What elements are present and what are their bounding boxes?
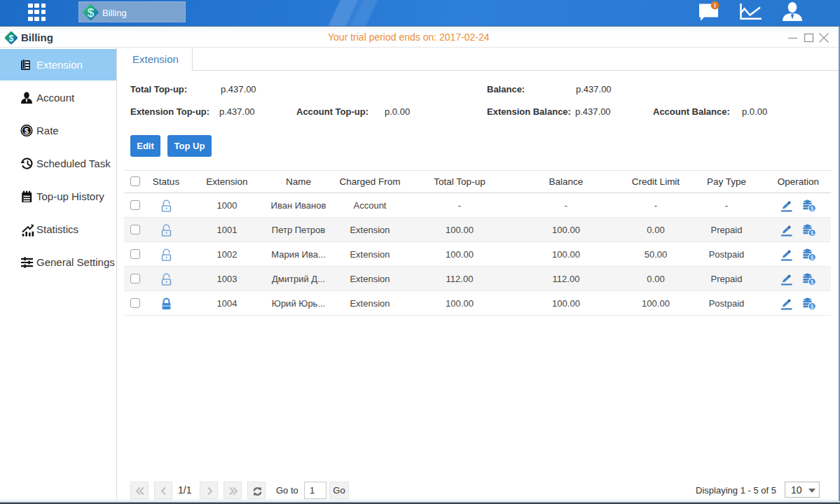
svg-text:$: $ xyxy=(811,204,814,211)
svg-text:$: $ xyxy=(811,302,814,309)
svg-text:!: ! xyxy=(714,2,716,9)
svg-text:$: $ xyxy=(25,127,29,135)
svg-text:$: $ xyxy=(811,253,814,260)
svg-text:$: $ xyxy=(811,229,814,236)
svg-text:$: $ xyxy=(9,34,14,43)
svg-text:$: $ xyxy=(88,6,95,20)
svg-text:$: $ xyxy=(811,278,814,285)
